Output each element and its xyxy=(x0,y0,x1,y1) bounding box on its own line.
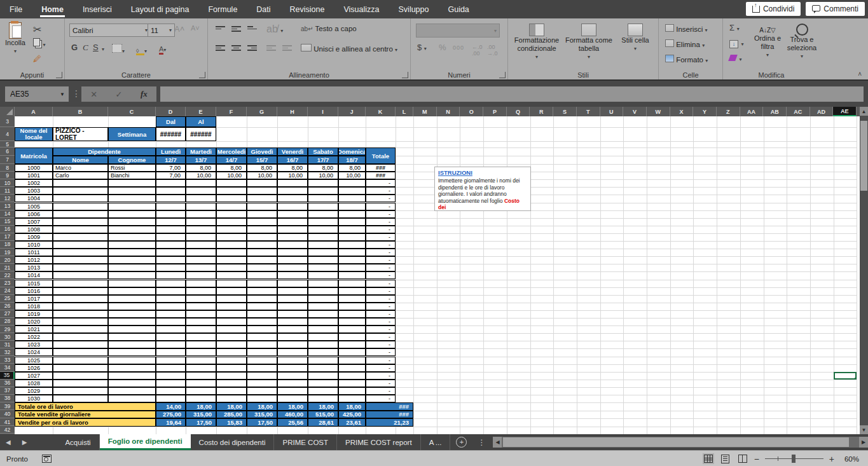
emp-hours[interactable]: 8,00 xyxy=(186,164,216,172)
decrease-indent-icon[interactable] xyxy=(266,44,276,51)
row-hours[interactable] xyxy=(247,333,277,341)
row-total[interactable]: - xyxy=(366,364,396,372)
row-hours[interactable] xyxy=(308,318,338,326)
emp-hours[interactable]: 10,00 xyxy=(247,172,277,179)
row-hours[interactable] xyxy=(277,179,308,187)
row-hours[interactable] xyxy=(338,395,366,402)
emp-hours[interactable]: 10,00 xyxy=(216,172,247,179)
row-hours[interactable] xyxy=(216,195,247,202)
header-dipendente[interactable]: Dipendente xyxy=(53,147,156,156)
row-hours[interactable] xyxy=(277,318,308,326)
row-hours[interactable] xyxy=(338,271,366,279)
zoom-slider[interactable] xyxy=(765,458,823,459)
row-id[interactable]: 1020 xyxy=(15,318,53,326)
row-cognome[interactable] xyxy=(108,233,156,241)
total-value[interactable]: 23,61 xyxy=(338,418,366,427)
header-cognome[interactable]: Cognome xyxy=(108,156,156,164)
cell-settimana[interactable]: Settimana xyxy=(108,127,156,141)
row-header-38[interactable]: 38 xyxy=(0,395,15,402)
row-hours[interactable] xyxy=(186,326,216,333)
row-hours[interactable] xyxy=(186,333,216,341)
header-day-1[interactable]: Lunedì xyxy=(156,147,186,156)
scroll-down-icon[interactable]: ▼ xyxy=(860,425,868,434)
row-cognome[interactable] xyxy=(108,387,156,395)
row-hours[interactable] xyxy=(247,280,277,287)
row-hours[interactable] xyxy=(308,357,338,364)
row-header-7[interactable]: 7 xyxy=(0,156,15,164)
row-hours[interactable] xyxy=(338,387,366,395)
header-date-7[interactable]: 18/7 xyxy=(338,156,366,164)
row-hours[interactable] xyxy=(247,364,277,372)
row-header-32[interactable]: 32 xyxy=(0,348,15,356)
row-hours[interactable] xyxy=(247,187,277,195)
row-hours[interactable] xyxy=(277,364,308,372)
row-hours[interactable] xyxy=(277,264,308,271)
row-hours[interactable] xyxy=(216,218,247,226)
wrap-text-button[interactable]: ab↵ Testo a capo xyxy=(301,25,357,32)
sheet-tab-prime-cost-report[interactable]: PRIME COST report xyxy=(337,434,421,450)
row-total[interactable]: - xyxy=(366,226,396,233)
column-header-O[interactable]: O xyxy=(460,107,483,116)
row-hours[interactable] xyxy=(186,271,216,279)
thousands-button[interactable]: 000 xyxy=(453,45,464,51)
column-header-N[interactable]: N xyxy=(437,107,460,116)
row-hours[interactable] xyxy=(277,310,308,318)
row-id[interactable]: 1022 xyxy=(15,333,53,341)
row-total[interactable]: - xyxy=(366,280,396,287)
row-hours[interactable] xyxy=(156,357,186,364)
total-sum[interactable]: ### xyxy=(366,411,413,419)
font-name-combo[interactable]: Calibri▾ xyxy=(69,24,151,37)
emp-id[interactable]: 1000 xyxy=(15,164,53,172)
row-hours[interactable] xyxy=(247,233,277,241)
total-sum[interactable]: 21,23 xyxy=(366,418,413,427)
column-header-V[interactable]: V xyxy=(623,107,647,116)
row-hours[interactable] xyxy=(247,380,277,387)
header-day-7[interactable]: Domenica xyxy=(338,147,366,156)
ribbon-tab-sviluppo[interactable]: Sviluppo xyxy=(389,0,439,18)
total-value[interactable]: 18,00 xyxy=(308,402,338,411)
column-header-AB[interactable]: AB xyxy=(763,107,787,116)
row-hours[interactable] xyxy=(308,203,338,210)
row-cognome[interactable] xyxy=(108,210,156,218)
row-total[interactable]: - xyxy=(366,341,396,348)
row-hours[interactable] xyxy=(308,333,338,341)
row-hours[interactable] xyxy=(338,348,366,356)
row-hours[interactable] xyxy=(247,179,277,187)
row-hours[interactable] xyxy=(216,333,247,341)
row-hours[interactable] xyxy=(277,372,308,380)
row-hours[interactable] xyxy=(277,280,308,287)
row-hours[interactable] xyxy=(247,341,277,348)
row-hours[interactable] xyxy=(186,203,216,210)
underline-chevron-icon[interactable]: ▾ xyxy=(102,46,104,52)
column-header-B[interactable]: B xyxy=(53,107,108,116)
row-header-21[interactable]: 21 xyxy=(0,264,15,271)
row-hours[interactable] xyxy=(216,364,247,372)
row-hours[interactable] xyxy=(186,187,216,195)
row-header-39[interactable]: 39 xyxy=(0,402,15,411)
row-id[interactable]: 1024 xyxy=(15,348,53,356)
row-header-6[interactable]: 6 xyxy=(0,147,15,156)
conditional-formatting-button[interactable]: Formattazione condizionale ▾ xyxy=(512,24,561,61)
sheet-tab-acquisti[interactable]: Acquisti xyxy=(57,434,99,450)
row-total[interactable]: - xyxy=(366,348,396,356)
format-painter-button[interactable]: 🖉 xyxy=(33,54,41,64)
header-day-5[interactable]: Venerdì xyxy=(277,147,308,156)
row-hours[interactable] xyxy=(338,241,366,249)
decrease-decimal-icon[interactable]: .00→.0 xyxy=(487,44,498,57)
row-header-29[interactable]: 29 xyxy=(0,326,15,333)
font-color-button[interactable]: A▾ xyxy=(159,43,166,55)
orientation-button[interactable]: ab̸ ▾ xyxy=(266,24,283,35)
row-hours[interactable] xyxy=(186,226,216,233)
row-hours[interactable] xyxy=(308,380,338,387)
vertical-scrollbar[interactable]: ▲ ▼ xyxy=(860,107,868,434)
row-cognome[interactable] xyxy=(108,295,156,303)
row-hours[interactable] xyxy=(277,233,308,241)
ribbon-tab-guida[interactable]: Guida xyxy=(438,0,478,18)
header-date-2[interactable]: 13/7 xyxy=(186,156,216,164)
row-hours[interactable] xyxy=(247,372,277,380)
total-value[interactable]: 28,61 xyxy=(308,418,338,427)
row-hours[interactable] xyxy=(216,187,247,195)
number-format-combo[interactable]: ▾ xyxy=(416,24,500,38)
ribbon-tab-file[interactable]: File xyxy=(0,0,32,18)
emp-cognome[interactable]: Rossi xyxy=(108,164,156,172)
